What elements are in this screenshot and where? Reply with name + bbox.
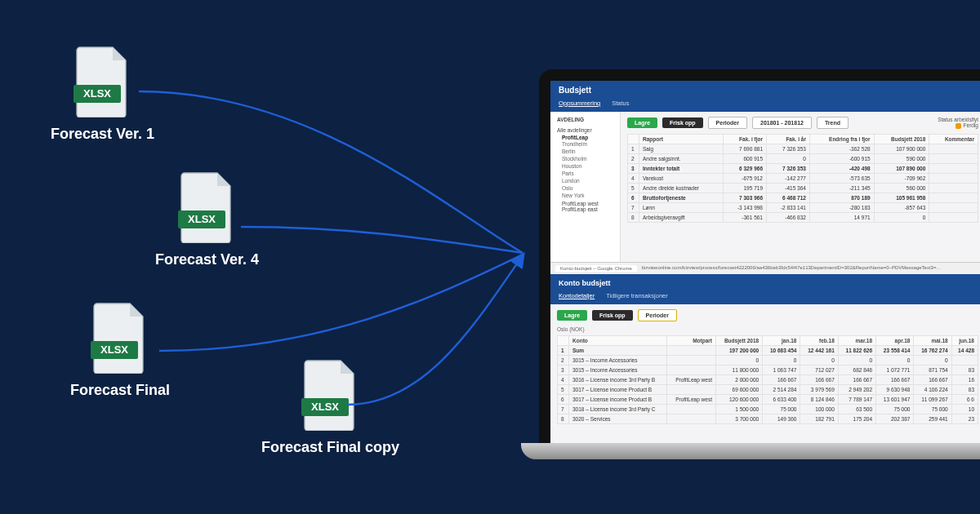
browser-chrome: Konto-budsjett – Google Chrome bizviewon…: [550, 262, 980, 274]
col-header: apr.18: [876, 336, 914, 346]
modal-title: Konto budsjett: [550, 274, 980, 292]
sidebar-group-east[interactable]: ProfitLeap east: [557, 206, 613, 212]
table-row[interactable]: 53017 – License income Product B69 600 0…: [558, 385, 978, 395]
periods-button-modal[interactable]: Perioder: [638, 309, 677, 321]
col-header: Endring fra i fjor: [809, 135, 874, 144]
account-budget-window: Konto budsjett Kontodetaljer Tidligere t…: [550, 274, 980, 429]
sidebar-item[interactable]: Berlin: [562, 148, 613, 155]
app-screen: Budsjett Oppsummering Status AVDELING Al…: [550, 81, 980, 443]
table-row[interactable]: 1Salg7 690 8817 326 353-362 528107 900 0…: [628, 144, 978, 154]
table-row[interactable]: 83020 – Services3 700 000149 360182 7911…: [558, 414, 978, 424]
xlsx-icon: XLSX: [74, 46, 132, 117]
svg-text:XLSX: XLSX: [83, 87, 111, 100]
table-row[interactable]: 63017 – License income Product BProfitLe…: [558, 395, 978, 405]
col-header: Budsjett 2018: [715, 336, 762, 346]
sidebar-item[interactable]: Houston: [562, 162, 613, 170]
xlsx-icon: XLSX: [301, 359, 360, 431]
browser-tab[interactable]: Konto-budsjett – Google Chrome: [555, 265, 637, 272]
table-row[interactable]: 6Bruttofortjeneste7 303 9666 468 712870 …: [628, 193, 978, 203]
tab-summary[interactable]: Oppsummering: [559, 100, 600, 107]
sidebar-group[interactable]: ProfitLeap: [557, 135, 613, 140]
period-range[interactable]: 201801 - 201812: [752, 117, 812, 129]
app-tabs-modal: Kontodetaljer Tidligere transaksjoner: [550, 292, 980, 304]
browser-url: bizviewonline.com/bizview/process/foreca…: [642, 265, 980, 272]
sidebar-item[interactable]: Trondheim: [562, 140, 613, 148]
table-row[interactable]: 73018 – License income 3rd Party C1 500 …: [558, 405, 978, 414]
table-row[interactable]: 43016 – License income 3rd Party BProfit…: [558, 375, 978, 385]
save-button[interactable]: Lagre: [627, 117, 657, 128]
table-row[interactable]: 23015 – Income Accessories000000: [558, 356, 978, 366]
svg-text:XLSX: XLSX: [188, 213, 216, 225]
refresh-button-modal[interactable]: Frisk opp: [592, 310, 633, 321]
xlsx-icon: XLSX: [178, 171, 237, 243]
col-header: jun.18: [951, 336, 978, 346]
table-row[interactable]: 4Varekost-675 912-142 277-573 635-709 96…: [628, 174, 978, 184]
department-sidebar: AVDELING Alle avdelinger ProfitLeap Tron…: [550, 112, 621, 262]
table-row[interactable]: 7Lønn-3 143 998-2 833 141-280 183-857 64…: [628, 203, 978, 213]
app-title: Budsjett: [550, 81, 980, 100]
sidebar-item[interactable]: Oslo: [562, 184, 613, 192]
main-panel-modal: Lagre Frisk opp Perioder Oslo (NOK) Kont…: [550, 304, 980, 429]
xlsx-icon: XLSX: [91, 302, 149, 374]
trend-button[interactable]: Trend: [817, 117, 849, 129]
col-header: Rapport: [639, 135, 724, 144]
col-header: feb.18: [800, 336, 838, 346]
modal-subtitle: Oslo (NOK): [557, 326, 978, 332]
col-header: Fak. i fjor: [724, 135, 767, 144]
laptop-device: Budsjett Oppsummering Status AVDELING Al…: [539, 69, 980, 459]
col-header: Konto: [569, 336, 667, 346]
col-header: jan.18: [763, 336, 800, 346]
account-table: KontoMotpartBudsjett 2018jan.18feb.18mar…: [557, 335, 978, 424]
col-header: [558, 336, 569, 346]
col-header: mai.18: [914, 336, 951, 346]
laptop-bezel: Budsjett Oppsummering Status AVDELING Al…: [539, 69, 980, 443]
table-row[interactable]: 8Arbeidsgiveravgift-361 561-466 83214 97…: [628, 213, 978, 223]
xlsx-file-2: XLSX Forecast Ver. 4: [155, 171, 259, 268]
refresh-button[interactable]: Frisk opp: [662, 117, 703, 128]
table-row[interactable]: 33015 – Income Accessories11 800 0001 06…: [558, 366, 978, 375]
col-header: Kommentar: [929, 135, 978, 144]
tab-prev-transactions[interactable]: Tidligere transaksjoner: [606, 292, 668, 299]
table-row[interactable]: 5Andre direkte kostnader195 719-415 364-…: [628, 184, 978, 193]
sidebar-root[interactable]: Alle avdelinger: [557, 126, 613, 135]
table-row[interactable]: 3Inntekter totalt6 329 9667 326 353-420 …: [628, 164, 978, 174]
sidebar-item[interactable]: New York: [562, 192, 613, 199]
sidebar-item[interactable]: Paris: [562, 170, 613, 177]
tab-account-details[interactable]: Kontodetaljer: [559, 292, 595, 299]
col-header: Motpart: [667, 336, 716, 346]
save-button-modal[interactable]: Lagre: [557, 310, 587, 321]
svg-text:XLSX: XLSX: [100, 343, 128, 356]
xlsx-file-3: XLSX Forecast Final: [70, 302, 170, 399]
sidebar-group-west[interactable]: ProfitLeap west: [557, 201, 613, 206]
tab-status[interactable]: Status: [612, 100, 629, 107]
table-row[interactable]: 2Andre salgsinnt.600 9150-600 915590 000: [628, 154, 978, 164]
sidebar-item[interactable]: London: [562, 177, 613, 184]
sidebar-heading: AVDELING: [557, 117, 613, 122]
workflow-status: Status arbeidsflyt Ferdig: [938, 117, 978, 129]
col-header: Fak. i år: [767, 135, 810, 144]
file-label: Forecast Final: [70, 382, 170, 399]
col-header: Budsjett 2018: [874, 135, 929, 144]
table-row[interactable]: 1Sum197 200 00010 683 45412 442 16111 82…: [558, 346, 978, 356]
toolbar-modal: Lagre Frisk opp Perioder: [557, 309, 978, 321]
sidebar-item[interactable]: Stockholm: [562, 155, 613, 162]
xlsx-file-4: XLSX Forecast Final copy: [261, 359, 399, 456]
xlsx-file-1: XLSX Forecast Ver. 1: [51, 46, 154, 143]
col-header: [628, 135, 639, 144]
col-header: mar.18: [838, 336, 875, 346]
file-label: Forecast Ver. 4: [155, 251, 259, 268]
file-label: Forecast Final copy: [261, 439, 399, 456]
main-panel-top: Lagre Frisk opp Perioder 201801 - 201812…: [621, 112, 980, 262]
laptop-base: [521, 443, 980, 459]
file-label: Forecast Ver. 1: [51, 126, 154, 143]
app-tabs-top: Oppsummering Status: [550, 100, 980, 112]
toolbar-top: Lagre Frisk opp Perioder 201801 - 201812…: [627, 117, 978, 129]
summary-table: RapportFak. i fjorFak. i årEndring fra i…: [627, 134, 978, 223]
periods-button[interactable]: Perioder: [708, 117, 747, 129]
svg-text:XLSX: XLSX: [311, 401, 339, 413]
status-dot-icon: [956, 123, 961, 129]
